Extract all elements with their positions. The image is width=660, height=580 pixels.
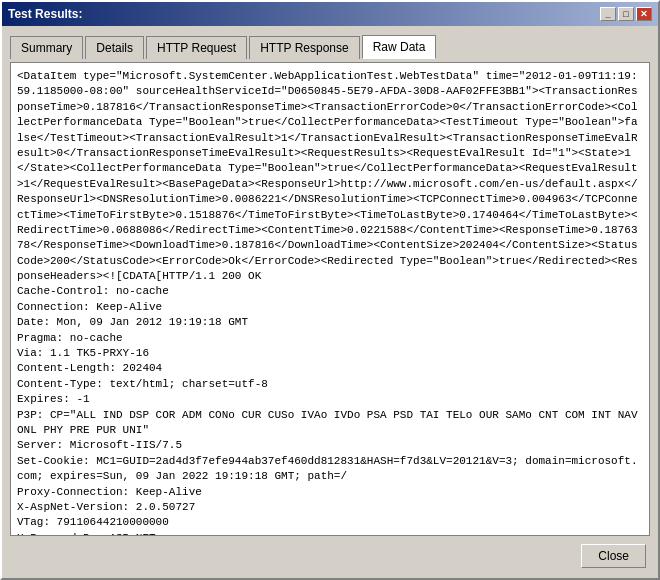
tab-http-response[interactable]: HTTP Response xyxy=(249,36,359,59)
minimize-button[interactable]: _ xyxy=(600,7,616,21)
window-content: Summary Details HTTP Request HTTP Respon… xyxy=(2,26,658,578)
close-button[interactable]: Close xyxy=(581,544,646,568)
tab-raw-data[interactable]: Raw Data xyxy=(362,35,437,59)
raw-data-content[interactable]: <DataItem type="Microsoft.SystemCenter.W… xyxy=(11,63,649,535)
title-bar: Test Results: _ □ ✕ xyxy=(2,2,658,26)
bottom-bar: Close xyxy=(10,540,650,570)
tab-http-request[interactable]: HTTP Request xyxy=(146,36,247,59)
tab-details[interactable]: Details xyxy=(85,36,144,59)
window-title: Test Results: xyxy=(8,7,82,21)
title-bar-controls: _ □ ✕ xyxy=(600,7,652,21)
tabs-container: Summary Details HTTP Request HTTP Respon… xyxy=(10,34,650,58)
tab-summary[interactable]: Summary xyxy=(10,36,83,59)
tab-panel: <DataItem type="Microsoft.SystemCenter.W… xyxy=(10,62,650,536)
main-window: Test Results: _ □ ✕ Summary Details HTTP… xyxy=(0,0,660,580)
maximize-button[interactable]: □ xyxy=(618,7,634,21)
window-close-button[interactable]: ✕ xyxy=(636,7,652,21)
